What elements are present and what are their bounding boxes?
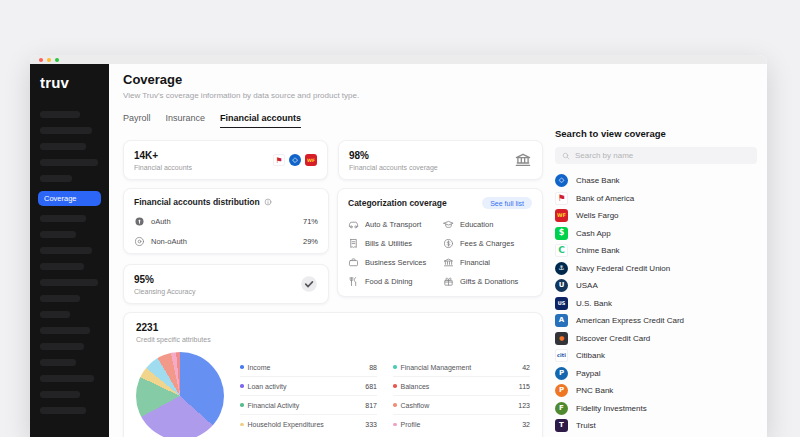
institution-row[interactable]: T Truist	[555, 417, 757, 435]
sidebar-item-placeholder[interactable]	[40, 175, 72, 182]
category-label: Gifts & Donations	[460, 277, 518, 286]
briefcase-icon	[348, 257, 359, 268]
category-item: Gifts & Donations	[443, 276, 532, 287]
institution-name: Citibank	[576, 351, 605, 360]
minimize-window-button[interactable]	[47, 58, 51, 62]
tab-insurance[interactable]: Insurance	[166, 113, 206, 128]
close-window-button[interactable]	[39, 58, 43, 62]
wells-fargo-logo: WF	[555, 209, 568, 222]
maximize-window-button[interactable]	[55, 58, 59, 62]
coverage-content: Coverage View Truv's coverage informatio…	[123, 72, 543, 437]
sidebar-items-group	[38, 111, 101, 182]
page-subtitle: View Truv's coverage information by data…	[123, 91, 543, 100]
tab-financial-accounts[interactable]: Financial accounts	[220, 113, 301, 128]
category-label: Business Services	[365, 258, 426, 267]
institution-name: Discover Credit Card	[576, 334, 650, 343]
institution-name: Cash App	[576, 229, 611, 238]
bank-building-icon	[514, 151, 532, 169]
usaa-logo: U	[555, 279, 568, 292]
institution-name: Paypal	[576, 369, 600, 378]
institution-search-panel: Search to view coverage ◇ Chase Bank ⚑ B…	[555, 128, 757, 437]
car-icon	[348, 219, 359, 230]
sidebar-item-placeholder[interactable]	[40, 263, 84, 270]
legend-dot	[393, 423, 397, 427]
category-item: Business Services	[348, 257, 437, 268]
legend-value: 32	[522, 421, 530, 428]
institution-row[interactable]: A American Express Credit Card	[555, 312, 757, 330]
sidebar-item-coverage[interactable]: Coverage	[38, 191, 101, 206]
institution-search-box[interactable]	[555, 147, 757, 164]
institution-name: Bank of America	[576, 194, 634, 203]
sidebar-item-placeholder[interactable]	[40, 111, 80, 118]
sidebar-item-placeholder[interactable]	[40, 375, 94, 382]
institution-row[interactable]: ◇ Chase Bank	[555, 172, 757, 190]
card-title: Financial accounts distribution	[134, 197, 318, 207]
see-full-list-button[interactable]: See full list	[482, 197, 532, 209]
credit-attributes-pie-chart	[136, 352, 224, 437]
legend-row: Loan activity 681	[240, 377, 377, 396]
sidebar-item-placeholder[interactable]	[40, 343, 84, 350]
info-icon[interactable]	[264, 198, 272, 206]
tab-payroll[interactable]: Payroll	[123, 113, 151, 128]
legend-dot	[240, 365, 244, 369]
sidebar-item-placeholder[interactable]	[40, 407, 86, 414]
institution-row[interactable]: U USAA	[555, 277, 757, 295]
legend-row: Cashflow 123	[393, 396, 530, 415]
institution-row[interactable]: $ Cash App	[555, 225, 757, 243]
chase-bank-logo: ◇	[555, 174, 568, 187]
sidebar-item-placeholder[interactable]	[40, 279, 98, 286]
institution-row[interactable]: P PNC Bank	[555, 382, 757, 400]
sidebar-item-placeholder[interactable]	[40, 311, 70, 318]
legend-row: Financial Management 42	[393, 358, 530, 377]
category-item: Financial	[443, 257, 532, 268]
institution-row[interactable]: ⚑ Bank of America	[555, 190, 757, 208]
sidebar-item-placeholder[interactable]	[40, 359, 76, 366]
citibank-logo: citi	[555, 349, 568, 362]
bank-of-america-logo: ⚑	[555, 192, 568, 205]
search-panel-title: Search to view coverage	[555, 128, 757, 139]
institution-row[interactable]: C Chime Bank	[555, 242, 757, 260]
institution-row[interactable]: F Fidelity Investments	[555, 400, 757, 418]
sidebar-item-placeholder[interactable]	[40, 231, 76, 238]
distribution-row: oAuth 71%	[134, 216, 318, 227]
sidebar-item-placeholder[interactable]	[40, 127, 92, 134]
dollar-circle-icon	[443, 238, 454, 249]
sidebar-item-placeholder[interactable]	[40, 215, 86, 222]
sidebar-item-placeholder[interactable]	[40, 391, 80, 398]
sidebar-item-placeholder[interactable]	[40, 295, 80, 302]
institution-name: Wells Fargo	[576, 211, 619, 220]
category-label: Food & Dining	[365, 277, 413, 286]
paypal-logo: P	[555, 367, 568, 380]
category-label: Bills & Utilities	[365, 239, 412, 248]
attributes-label: Credit specific attributes	[136, 336, 530, 343]
chime-bank-logo: C	[555, 244, 568, 257]
institution-row[interactable]: WF Wells Fargo	[555, 207, 757, 225]
category-label: Financial	[460, 258, 490, 267]
legend-value: 88	[369, 364, 377, 371]
sidebar-item-placeholder[interactable]	[40, 247, 92, 254]
category-label: Auto & Transport	[365, 220, 421, 229]
stats-row: 14K+ Financial accounts ⚑◇WF 98% Financi…	[123, 140, 543, 180]
legend-label: Financial Activity	[248, 402, 300, 409]
chase-logo: ◇	[289, 154, 301, 166]
categorization-card: Categorization coverage See full list Au…	[337, 188, 543, 297]
institution-row[interactable]: citi Citibank	[555, 347, 757, 365]
search-input[interactable]	[575, 151, 750, 160]
legend-value: 42	[522, 364, 530, 371]
sidebar-item-placeholder[interactable]	[40, 143, 86, 150]
legend-value: 115	[519, 383, 530, 390]
cleansing-accuracy-card: 95% Cleansing Accuracy	[123, 264, 329, 304]
bank-of-america-logo: ⚑	[273, 154, 285, 166]
window-titlebar[interactable]	[30, 55, 767, 64]
institution-row[interactable]: ● Discover Credit Card	[555, 330, 757, 348]
institution-row[interactable]: ⚓ Navy Federal Credit Union	[555, 260, 757, 278]
stat-value: 98%	[349, 150, 438, 161]
institution-name: Truist	[576, 421, 596, 430]
fidelity-investments-logo: F	[555, 402, 568, 415]
institution-name: Chase Bank	[576, 176, 620, 185]
institution-row[interactable]: US U.S. Bank	[555, 295, 757, 313]
sidebar-item-placeholder[interactable]	[40, 159, 98, 166]
sidebar-item-placeholder[interactable]	[40, 327, 90, 334]
institution-row[interactable]: P Paypal	[555, 365, 757, 383]
legend-label: Profile	[401, 421, 421, 428]
